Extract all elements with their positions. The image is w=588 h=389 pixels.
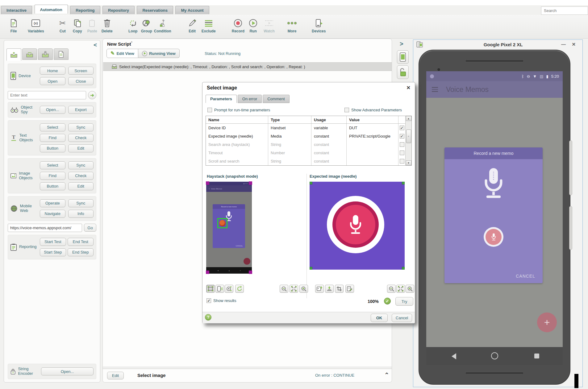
back-button[interactable]: [452, 353, 456, 359]
device-screen-button[interactable]: Screen: [68, 67, 94, 75]
variables-button[interactable]: (x) Variables: [28, 18, 44, 33]
show-results-checkbox[interactable]: ✓: [206, 298, 211, 303]
collapse-step-chevron[interactable]: ⌃: [384, 371, 389, 379]
string-encoder-open-button[interactable]: Open...: [41, 367, 94, 375]
help-icon[interactable]: ?: [205, 314, 211, 321]
device-view-toggle-button[interactable]: [397, 50, 409, 64]
capture-needle-button[interactable]: [315, 285, 324, 293]
scroll-up-arrow[interactable]: ▲: [406, 116, 411, 121]
snapshot-mode-button[interactable]: [206, 285, 215, 293]
needle-image[interactable]: [310, 182, 405, 270]
recents-button[interactable]: [534, 354, 539, 358]
haystack-zoom-out-button[interactable]: [280, 285, 288, 293]
edit-view-button[interactable]: ✎ Edit View: [106, 49, 138, 58]
tab-my-account[interactable]: My Account: [175, 6, 209, 14]
web-navigate-button[interactable]: Navigate: [40, 210, 65, 218]
row-enabled-checkbox[interactable]: [400, 159, 404, 163]
tab-parameters[interactable]: Parameters: [206, 95, 237, 103]
object-spy-open-button[interactable]: Open...: [40, 106, 65, 114]
text-select-button[interactable]: Select: [40, 123, 65, 131]
try-button[interactable]: Try: [395, 297, 413, 306]
image-edit-button[interactable]: Edit: [68, 182, 94, 190]
new-memo-fab[interactable]: +: [537, 312, 557, 332]
needle-fit-button[interactable]: [396, 285, 405, 293]
device-open-button[interactable]: Open: [40, 77, 65, 85]
exclude-button[interactable]: Exclude: [202, 18, 216, 33]
tab-reporting[interactable]: Reporting: [70, 6, 100, 14]
close-icon[interactable]: ✕: [572, 42, 576, 47]
apply-needle-button[interactable]: [325, 285, 334, 293]
haystack-snapshot[interactable]: ◂▪▪▪ ≡Voice Memos Record a new memo CANC…: [206, 182, 252, 274]
selection-corner-handle[interactable]: [206, 181, 209, 185]
object-spy-export-button[interactable]: Export: [68, 106, 94, 114]
show-advanced-checkbox[interactable]: [344, 108, 349, 112]
crop-needle-button[interactable]: [335, 285, 344, 293]
end-test-button[interactable]: End Test: [68, 238, 94, 246]
table-row[interactable]: Expected image (needle) Media constant P…: [206, 132, 405, 140]
url-input[interactable]: [8, 224, 82, 232]
text-sync-button[interactable]: Sync: [68, 123, 94, 131]
selection-corner-handle[interactable]: [249, 271, 252, 274]
home-button[interactable]: [491, 352, 498, 359]
cancel-button[interactable]: Cancel: [392, 314, 412, 322]
needle-corner-handle[interactable]: [310, 182, 312, 184]
record-button[interactable]: [484, 227, 503, 247]
image-find-button[interactable]: Find: [40, 172, 65, 180]
row-enabled-checkbox[interactable]: [400, 142, 404, 147]
enter-text-input[interactable]: [8, 91, 86, 99]
table-row[interactable]: Search area (haystack) String constant: [206, 140, 405, 149]
copy-button[interactable]: Copy: [71, 18, 84, 33]
go-button[interactable]: Go: [84, 224, 96, 232]
sidebar-tab-document[interactable]: [54, 48, 69, 60]
table-row[interactable]: Timeout Number constant: [206, 149, 405, 157]
prompt-runtime-checkbox[interactable]: [207, 108, 212, 112]
more-button[interactable]: More: [286, 18, 298, 33]
sidebar-tab-commands[interactable]: [22, 48, 37, 60]
image-check-button[interactable]: Check: [68, 172, 94, 180]
tab-repository[interactable]: Repository: [102, 6, 135, 14]
edit-needle-properties-button[interactable]: [345, 285, 354, 293]
send-text-button[interactable]: ➜: [88, 91, 96, 99]
scrollbar-thumb[interactable]: ≡: [406, 130, 411, 143]
menu-icon[interactable]: [432, 87, 438, 92]
loop-button[interactable]: Loop: [127, 18, 139, 33]
step-edit-button[interactable]: Edit: [107, 372, 124, 379]
image-select-button[interactable]: Select: [40, 161, 65, 169]
table-scrollbar[interactable]: ▲ ≡ ▼: [405, 116, 411, 165]
web-operate-button[interactable]: Operate: [40, 199, 65, 207]
cut-button[interactable]: ✂ Cut: [56, 18, 69, 33]
image-sync-button[interactable]: Sync: [68, 161, 94, 169]
dialog-close-icon[interactable]: ✕: [407, 85, 411, 91]
row-enabled-checkbox[interactable]: ✓: [400, 134, 404, 139]
sidebar-tab-user[interactable]: [38, 48, 53, 60]
sidebar-collapse-arrow[interactable]: <: [94, 42, 97, 48]
selection-corner-handle[interactable]: [249, 181, 252, 185]
row-enabled-checkbox[interactable]: ✓: [400, 126, 404, 130]
image-button-button[interactable]: Button: [40, 182, 65, 190]
file-button[interactable]: File: [7, 18, 20, 33]
table-row[interactable]: Device ID Handset variable DUT ✓: [206, 124, 405, 132]
live-device-mode-button[interactable]: [215, 285, 224, 293]
device-window-titlebar[interactable]: Google Pixel 2 XL: [413, 40, 582, 49]
run-button[interactable]: Run: [247, 18, 259, 33]
delete-button[interactable]: Delete: [101, 18, 113, 33]
haystack-zoom-in-button[interactable]: [299, 285, 308, 293]
device-close-button[interactable]: Close: [68, 77, 94, 85]
object-spy-capture-button[interactable]: [225, 285, 233, 293]
record-button[interactable]: Record: [232, 18, 244, 33]
haystack-fit-button[interactable]: [290, 285, 298, 293]
ok-button[interactable]: OK: [371, 314, 388, 322]
web-info-button[interactable]: Info: [68, 210, 94, 218]
end-step-button[interactable]: End Step: [68, 248, 94, 256]
search-input[interactable]: [541, 6, 588, 15]
refresh-snapshot-button[interactable]: [235, 285, 244, 293]
scroll-down-arrow[interactable]: ▼: [406, 160, 411, 165]
expand-panel-arrow[interactable]: >: [400, 40, 403, 48]
volume-button[interactable]: [569, 206, 572, 250]
show-advanced-checkbox-row[interactable]: Show Advanced Parameters: [344, 108, 402, 112]
edit-button[interactable]: Edit: [186, 18, 198, 33]
device-lock-toggle-button[interactable]: [397, 65, 409, 79]
sidebar-tab-favorites[interactable]: ★: [6, 48, 21, 61]
text-button-button[interactable]: Button: [40, 144, 65, 152]
selection-corner-handle[interactable]: [206, 271, 209, 274]
